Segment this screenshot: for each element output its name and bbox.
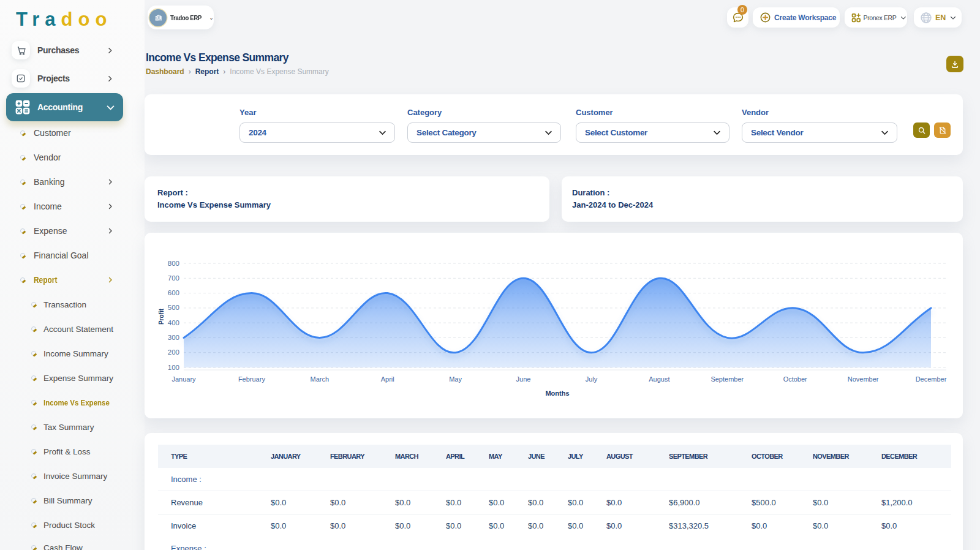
svg-text:Months: Months: [545, 390, 569, 397]
svg-text:December: December: [916, 375, 947, 383]
svg-text:April: April: [381, 375, 394, 383]
svg-text:November: November: [848, 375, 879, 383]
svg-text:700: 700: [168, 274, 179, 282]
svg-text:August: August: [649, 375, 669, 383]
svg-text:September: September: [710, 375, 744, 383]
svg-text:January: January: [172, 375, 196, 383]
svg-text:October: October: [783, 375, 807, 383]
svg-text:400: 400: [168, 319, 179, 326]
svg-text:Profit: Profit: [158, 308, 165, 325]
svg-text:February: February: [238, 375, 266, 383]
svg-text:May: May: [449, 375, 462, 383]
svg-text:March: March: [311, 375, 330, 383]
svg-text:June: June: [516, 375, 531, 383]
svg-text:300: 300: [168, 334, 179, 341]
svg-text:600: 600: [168, 289, 179, 296]
svg-text:200: 200: [168, 348, 179, 356]
svg-text:800: 800: [168, 260, 179, 267]
svg-text:July: July: [586, 375, 598, 383]
svg-text:500: 500: [168, 304, 179, 311]
svg-text:100: 100: [168, 364, 179, 371]
